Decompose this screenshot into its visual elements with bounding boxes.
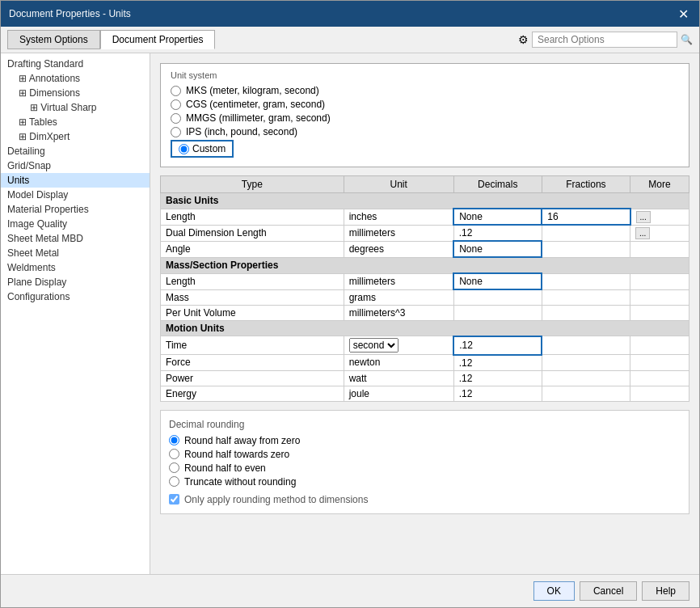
close-button[interactable]: ✕ [675, 6, 691, 22]
section-header-mass/section-properties: Mass/Section Properties [161, 257, 689, 273]
table-row: Massgrams [161, 289, 689, 305]
sidebar-item-material-properties[interactable]: Material Properties [1, 202, 150, 217]
radio-custom[interactable] [179, 144, 189, 154]
radio-ips[interactable] [171, 127, 181, 137]
cell-decimals: .12 [453, 225, 542, 241]
unit-dropdown[interactable]: second [349, 338, 398, 353]
tabs: System Options Document Properties [7, 30, 215, 49]
sidebar-item-tables[interactable]: ⊞ Tables [1, 115, 150, 129]
radio-rounding-3[interactable] [169, 476, 179, 487]
only-apply-checkbox-row: Only apply rounding method to dimensions [169, 494, 681, 505]
more-button[interactable]: ... [636, 211, 651, 223]
rounding-option-0: Round half away from zero [169, 435, 681, 446]
radio-cgs[interactable] [171, 99, 181, 110]
sidebar-item-units[interactable]: Units [1, 173, 150, 188]
rounding-options: Round half away from zeroRound half towa… [169, 435, 681, 488]
cell-type: Time [161, 336, 344, 355]
radio-rounding-2[interactable] [169, 462, 179, 473]
only-apply-checkbox[interactable] [169, 494, 179, 505]
cell-unit: millimeters [344, 273, 453, 289]
cell-unit[interactable]: second [344, 336, 453, 355]
rounding-option-2: Round half to even [169, 462, 681, 474]
table-row: Timesecond.12 [161, 336, 689, 355]
dialog-window: Document Properties - Units ✕ System Opt… [0, 0, 700, 608]
cell-unit: joule [344, 386, 453, 401]
unit-system-option-cgs: CGS (centimeter, gram, second) [171, 99, 679, 110]
table-row: Per Unit Volumemillimeters^3 [161, 305, 689, 320]
gear-icon: ⚙ [518, 33, 529, 46]
cell-unit: millimeters [344, 225, 453, 241]
radio-rounding-1[interactable] [169, 449, 179, 459]
search-input[interactable] [532, 32, 677, 48]
sidebar-item-grid/snap[interactable]: Grid/Snap [1, 158, 150, 173]
cell-decimals [453, 305, 542, 320]
cell-decimals[interactable]: .12 [453, 336, 542, 355]
table-row: Powerwatt.12 [161, 370, 689, 386]
col-header-fractions: Fractions [542, 176, 630, 193]
sidebar-item-image-quality[interactable]: Image Quality [1, 217, 150, 231]
rounding-label-0: Round half away from zero [184, 435, 300, 446]
col-header-decimals: Decimals [453, 176, 542, 193]
cell-fractions [542, 305, 630, 320]
sidebar-item-virtual-sharp[interactable]: ⊞ Virtual Sharp [1, 100, 150, 115]
radio-mks[interactable] [171, 86, 181, 96]
sidebar-item-plane-display[interactable]: Plane Display [1, 275, 150, 289]
cell-more: ... [630, 225, 689, 241]
section-header-basic-units: Basic Units [161, 193, 689, 209]
cell-more [630, 386, 689, 401]
sidebar-item-dimxpert[interactable]: ⊞ DimXpert [1, 129, 150, 144]
cell-fractions [542, 241, 630, 257]
cell-decimals[interactable]: None [453, 273, 542, 289]
cell-decimals[interactable]: None [453, 209, 542, 225]
rounding-label-3: Truncate without rounding [184, 476, 296, 488]
cell-type: Dual Dimension Length [161, 225, 344, 241]
cell-type: Power [161, 370, 344, 386]
unit-system-radios: MKS (meter, kilogram, second)CGS (centim… [171, 85, 679, 158]
cell-more [630, 273, 689, 289]
radio-label-ips: IPS (inch, pound, second) [186, 126, 297, 137]
cell-fractions[interactable]: 16 [542, 209, 630, 225]
radio-mmgs[interactable] [171, 113, 181, 124]
more-button[interactable]: ... [635, 227, 650, 239]
sidebar-item-configurations[interactable]: Configurations [1, 289, 150, 304]
window-title: Document Properties - Units [9, 8, 131, 19]
radio-label-mks: MKS (meter, kilogram, second) [186, 85, 319, 96]
cell-unit: degrees [344, 241, 453, 257]
cell-fractions [542, 355, 630, 371]
cancel-button[interactable]: Cancel [580, 581, 637, 601]
cell-more [630, 289, 689, 305]
radio-label-mmgs: MMGS (millimeter, gram, second) [186, 112, 331, 124]
cell-fractions [542, 289, 630, 305]
sidebar-item-drafting-standard[interactable]: Drafting Standard [1, 57, 150, 71]
unit-system-option-mks: MKS (meter, kilogram, second) [171, 85, 679, 96]
cell-fractions [542, 225, 630, 241]
cell-unit: grams [344, 289, 453, 305]
sidebar: Drafting Standard⊞ Annotations⊞ Dimensio… [1, 53, 150, 574]
sidebar-item-model-display[interactable]: Model Display [1, 188, 150, 202]
tab-system-options[interactable]: System Options [7, 30, 100, 49]
cell-decimals: .12 [453, 370, 542, 386]
decimal-rounding-section: Decimal rounding Round half away from ze… [160, 410, 689, 514]
tab-document-properties[interactable]: Document Properties [100, 30, 216, 49]
cell-type: Length [161, 273, 344, 289]
col-header-type: Type [161, 176, 344, 193]
search-icon: 🔍 [681, 34, 693, 45]
radio-rounding-0[interactable] [169, 435, 179, 445]
sidebar-item-annotations[interactable]: ⊞ Annotations [1, 71, 150, 86]
cell-type: Energy [161, 386, 344, 401]
sidebar-item-dimensions[interactable]: ⊞ Dimensions [1, 86, 150, 100]
sidebar-item-detailing[interactable]: Detailing [1, 144, 150, 158]
cell-more [630, 355, 689, 371]
sidebar-item-sheet-metal[interactable]: Sheet Metal [1, 246, 150, 260]
right-panel: Unit system MKS (meter, kilogram, second… [150, 53, 699, 574]
cell-decimals[interactable]: None [453, 241, 542, 257]
help-button[interactable]: Help [642, 581, 689, 601]
sidebar-item-sheet-metal-mbd[interactable]: Sheet Metal MBD [1, 231, 150, 246]
cell-decimals: .12 [453, 386, 542, 401]
sidebar-item-weldments[interactable]: Weldments [1, 260, 150, 275]
cell-type: Per Unit Volume [161, 305, 344, 320]
ok-button[interactable]: OK [533, 581, 575, 601]
cell-type: Angle [161, 241, 344, 257]
decimal-rounding-title: Decimal rounding [169, 419, 681, 430]
cell-unit: millimeters^3 [344, 305, 453, 320]
